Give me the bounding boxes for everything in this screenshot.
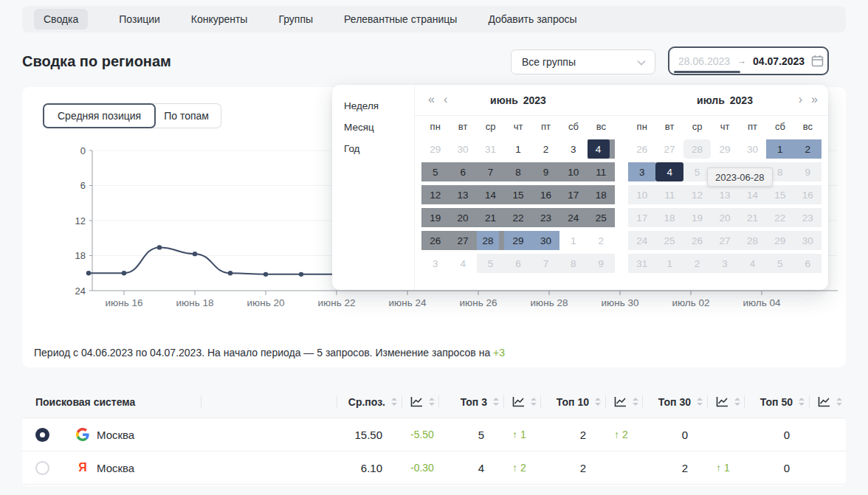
sort-control[interactable] <box>595 398 601 406</box>
prev-year-icon[interactable]: « <box>428 93 435 106</box>
day-cell: 25 <box>655 231 683 250</box>
day-cell[interactable]: 1 <box>766 139 793 159</box>
day-cell[interactable]: 19 <box>421 208 449 227</box>
calendar-icon[interactable] <box>811 55 824 67</box>
mini-chart-icon <box>614 396 627 407</box>
day-cell[interactable]: 29 <box>711 139 738 159</box>
groups-select[interactable]: Все группы <box>511 49 655 75</box>
day-cell[interactable]: 10 <box>559 162 587 181</box>
engine-cell: Москва <box>22 428 201 442</box>
column-1-label[interactable]: Топ 3 <box>438 386 503 418</box>
day-cell[interactable]: 16 <box>532 185 559 204</box>
day-cell[interactable]: 28 <box>477 231 504 250</box>
day-cell[interactable]: 2 <box>588 231 615 250</box>
date-range-input[interactable]: 28.06.2023 → 04.07.2023 <box>668 46 829 75</box>
day-cell[interactable]: 3 <box>559 139 587 159</box>
column-3-label[interactable]: Топ 30 <box>642 386 707 418</box>
mode-month[interactable]: Месяц <box>332 117 414 138</box>
sort-control[interactable] <box>391 398 397 406</box>
day-cell: 20 <box>711 208 738 227</box>
column-0-chart[interactable] <box>402 386 438 418</box>
day-cell[interactable]: 29 <box>504 231 531 250</box>
weekday-label: пт <box>532 121 559 132</box>
date-to-value[interactable]: 04.07.2023 <box>753 55 805 67</box>
day-cell[interactable]: 9 <box>532 162 559 181</box>
day-cell[interactable]: 29 <box>421 139 449 159</box>
day-cell[interactable]: 2 <box>794 139 822 159</box>
day-cell[interactable]: 7 <box>477 162 504 181</box>
sort-control[interactable] <box>531 398 537 406</box>
day-cell[interactable]: 22 <box>504 208 531 227</box>
day-cell[interactable]: 1 <box>504 139 531 159</box>
day-cell[interactable]: 23 <box>532 208 559 227</box>
day-cell: 6 <box>794 254 822 273</box>
nav-item-2[interactable]: Конкуренты <box>191 13 248 25</box>
column-4-label[interactable]: Топ 50 <box>744 386 809 418</box>
day-cell[interactable]: 13 <box>449 185 476 204</box>
nav-item-0[interactable]: Сводка <box>34 9 88 30</box>
day-cell[interactable]: 27 <box>449 231 476 250</box>
sort-control[interactable] <box>734 398 740 406</box>
column-3-chart[interactable] <box>707 386 744 418</box>
day-cell[interactable]: 21 <box>477 208 504 227</box>
day-cell[interactable]: 18 <box>588 185 615 204</box>
calendar-week-row: 3456789 <box>421 254 615 273</box>
column-2-label[interactable]: Топ 10 <box>540 386 605 418</box>
day-cell[interactable]: 2 <box>532 139 559 159</box>
mode-year[interactable]: Год <box>332 138 414 159</box>
nav-item-4[interactable]: Релевантные страницы <box>344 13 457 25</box>
day-cell[interactable]: 4 <box>588 139 615 159</box>
toggle-average-position[interactable]: Средняя позиция <box>43 103 156 128</box>
day-cell[interactable]: 25 <box>588 208 615 227</box>
nav-item-5[interactable]: Добавить запросы <box>488 13 576 25</box>
day-cell[interactable]: 15 <box>504 185 531 204</box>
sort-control[interactable] <box>493 398 499 406</box>
column-0-label[interactable]: Ср.поз. <box>337 386 402 418</box>
day-cell[interactable]: 30 <box>449 139 476 159</box>
day-cell[interactable]: 3 <box>421 254 449 273</box>
sort-control[interactable] <box>633 398 638 406</box>
day-cell[interactable]: 11 <box>588 162 615 181</box>
sort-control[interactable] <box>799 398 805 406</box>
day-cell[interactable]: 26 <box>628 139 655 159</box>
day-cell: 27 <box>711 231 738 250</box>
calendar-month-июль: июль2023пнвтсрчтптсбвс262728293012345678… <box>621 85 828 290</box>
column-2-chart[interactable] <box>605 386 642 418</box>
day-cell[interactable]: 4 <box>449 254 476 273</box>
value-cell-4: 0 <box>744 429 809 441</box>
mode-week[interactable]: Неделя <box>332 95 414 117</box>
day-cell: 4 <box>739 254 766 273</box>
day-cell[interactable]: 4 <box>655 162 683 181</box>
day-cell[interactable]: 6 <box>449 162 476 181</box>
day-cell[interactable]: 1 <box>559 231 587 250</box>
engine-radio[interactable] <box>35 461 49 475</box>
engine-radio[interactable] <box>35 428 49 442</box>
day-cell[interactable]: 3 <box>628 162 655 181</box>
prev-month-icon[interactable]: ‹ <box>444 93 447 106</box>
day-cell[interactable]: 28 <box>683 139 711 159</box>
day-cell[interactable]: 27 <box>655 139 683 159</box>
toggle-by-tops[interactable]: По топам <box>152 103 221 128</box>
day-cell[interactable]: 20 <box>449 208 476 227</box>
date-from-value[interactable]: 28.06.2023 <box>678 55 730 67</box>
day-cell[interactable]: 5 <box>421 162 449 181</box>
day-cell[interactable]: 24 <box>559 208 587 227</box>
next-month-icon[interactable]: › <box>799 93 802 106</box>
nav-item-1[interactable]: Позиции <box>119 13 160 25</box>
day-cell[interactable]: 30 <box>739 139 766 159</box>
day-cell[interactable]: 31 <box>477 139 504 159</box>
column-1-chart[interactable] <box>503 386 540 418</box>
day-cell[interactable]: 30 <box>532 231 559 250</box>
day-cell[interactable]: 17 <box>559 185 587 204</box>
sort-control[interactable] <box>429 398 435 406</box>
column-4-chart[interactable] <box>809 386 846 418</box>
nav-item-3[interactable]: Группы <box>278 13 313 25</box>
day-cell[interactable]: 12 <box>421 185 449 204</box>
sort-control[interactable] <box>836 398 842 406</box>
day-cell[interactable]: 14 <box>477 185 504 204</box>
sort-control[interactable] <box>697 398 703 406</box>
day-cell[interactable]: 8 <box>504 162 531 181</box>
next-year-icon[interactable]: » <box>811 93 818 106</box>
weekday-label: сб <box>559 121 587 132</box>
day-cell[interactable]: 26 <box>421 231 449 250</box>
